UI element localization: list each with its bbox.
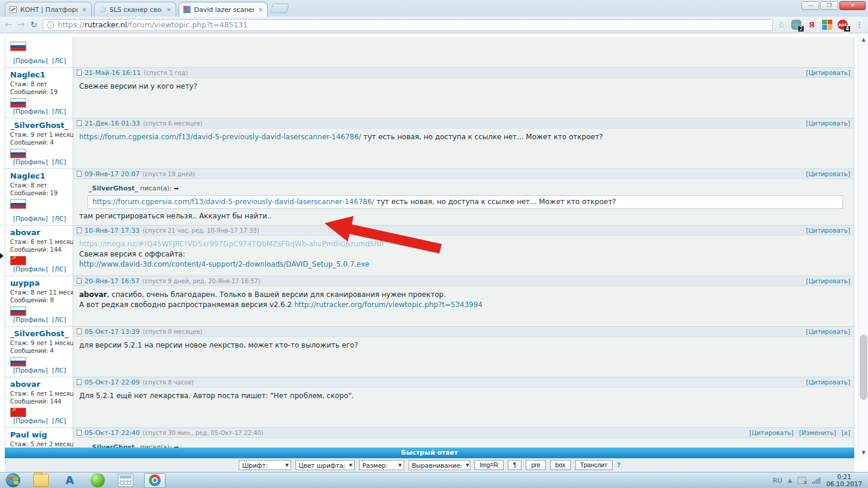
- author-link[interactable]: abovar: [10, 380, 69, 389]
- signal-bars-icon[interactable]: [812, 477, 820, 484]
- grid-extension-icon[interactable]: [822, 20, 832, 30]
- scroll-down-icon[interactable]: ▼: [858, 448, 868, 457]
- mediaget-icon[interactable]: [90, 473, 105, 487]
- reload-icon[interactable]: ↻: [30, 21, 37, 29]
- profile-link[interactable]: [Профиль]: [13, 158, 48, 165]
- author-link[interactable]: Naglec1: [10, 70, 69, 79]
- author-link[interactable]: abovar: [10, 228, 69, 237]
- box-button[interactable]: box: [550, 460, 571, 470]
- post-date-link[interactable]: 09-Янв-17 20:07: [85, 170, 139, 178]
- adblock-extension-icon[interactable]: ADS4: [838, 20, 848, 30]
- profile-link[interactable]: [Профиль]: [13, 215, 48, 222]
- post-date-link[interactable]: 05-Окт-17 22:40: [85, 429, 140, 437]
- quote-link[interactable]: [Цитировать]: [806, 378, 850, 386]
- pm-link[interactable]: [ЛС]: [52, 57, 65, 64]
- vertical-scrollbar[interactable]: ▲ ▼: [858, 34, 868, 458]
- language-indicator[interactable]: RU: [773, 477, 782, 484]
- help-link[interactable]: ?: [617, 461, 620, 469]
- start-button[interactable]: [6, 473, 20, 487]
- post-date-link[interactable]: 20-Янв-17 16:57: [85, 277, 139, 285]
- cloud-extension-icon[interactable]: 2: [791, 20, 801, 30]
- align-select[interactable]: Выравнивание:▼: [408, 460, 470, 470]
- font-color-select[interactable]: Цвет шрифта:▼: [295, 460, 355, 470]
- quote-link[interactable]: [Цитировать]: [806, 277, 850, 284]
- post-row: Naglec1 Стаж: 8 лет Сообщений: 19 [Профи…: [5, 168, 854, 225]
- author-link[interactable]: шурра: [10, 279, 69, 287]
- user-stat: Стаж: 6 лет 1 месяц: [10, 390, 69, 398]
- author-link[interactable]: Paul wig: [10, 430, 69, 439]
- pre-button[interactable]: pre: [526, 460, 545, 470]
- post-date-link[interactable]: 21-Дек-16 01:33: [85, 120, 140, 127]
- forward-icon[interactable]: →: [17, 20, 25, 29]
- bookmark-star-icon[interactable]: ☆: [778, 20, 785, 30]
- delete-link[interactable]: [x]: [842, 429, 850, 436]
- pm-link[interactable]: [ЛС]: [52, 417, 65, 424]
- post-date-link[interactable]: 10-Янв-17 17:33: [85, 227, 139, 234]
- author-link[interactable]: Naglec1: [10, 171, 69, 180]
- pm-link[interactable]: [ЛС]: [52, 316, 65, 323]
- cgpersia-link[interactable]: https://forum.cgpersia.com/f13/david-5-p…: [79, 133, 361, 141]
- cgpersia-link[interactable]: https://forum.cgpersia.com/f13/david-5-p…: [92, 198, 374, 206]
- edit-link[interactable]: [Изменить]: [799, 429, 836, 436]
- pm-link[interactable]: [ЛС]: [52, 215, 65, 222]
- new-tab-button[interactable]: [270, 4, 289, 13]
- address-bar[interactable]: i https://rutracker.nl/forum/viewtopic.p…: [43, 19, 773, 31]
- back-icon[interactable]: ←: [5, 20, 13, 29]
- page-info-icon[interactable]: i: [47, 21, 54, 29]
- jump-to-post-icon[interactable]: ➡: [174, 185, 179, 192]
- explorer-icon[interactable]: [33, 474, 49, 487]
- tab-sls[interactable]: SLS сканер своими рук ✕: [94, 2, 176, 17]
- post-date-link[interactable]: 05-Окт-17 13:39: [85, 328, 140, 336]
- minimize-button[interactable]: —: [801, 1, 819, 10]
- rutracker-topic-link[interactable]: http://rutracker.org/forum/viewtopic.php…: [294, 301, 482, 309]
- pm-link[interactable]: [ЛС]: [52, 265, 65, 273]
- post-cell: 05-Окт-17 13:39 (спустя 8 месяцев) [Цити…: [73, 327, 854, 377]
- tab-close-icon[interactable]: ✕: [82, 7, 87, 13]
- text-app-icon[interactable]: A: [62, 474, 77, 487]
- mega-download-link[interactable]: https://mega.nz/#!Q45WFJRC!VD5xr997GpC97…: [79, 240, 384, 248]
- profile-link[interactable]: [Профиль]: [13, 316, 48, 323]
- tab-kont[interactable]: КОНТ | Платформа для ✕: [5, 2, 92, 17]
- translit-button[interactable]: Транслит: [575, 460, 613, 470]
- quote-link[interactable]: [Цитировать]: [806, 328, 850, 335]
- profile-link[interactable]: [Профиль]: [13, 417, 48, 424]
- tab-close-icon[interactable]: ✕: [167, 7, 171, 13]
- pm-link[interactable]: [ЛС]: [52, 367, 65, 374]
- pm-link[interactable]: [ЛС]: [52, 108, 65, 115]
- paragraph-button[interactable]: ¶: [508, 460, 522, 470]
- font-select[interactable]: Шрифт:▼: [239, 460, 291, 470]
- profile-link[interactable]: [Профиль]: [13, 367, 48, 374]
- img-resize-button[interactable]: Img=R: [474, 460, 504, 470]
- post-date-link[interactable]: 05-Окт-17 22:09: [85, 378, 140, 386]
- tab-david-laser-active[interactable]: David lazer scaner :: RuT ✕: [179, 2, 268, 17]
- restore-button[interactable]: ❐: [820, 1, 838, 10]
- post-page-icon: [77, 379, 82, 385]
- tab-close-icon[interactable]: ✕: [258, 7, 263, 13]
- author-link[interactable]: _SilverGhost_: [10, 329, 69, 338]
- quote-link[interactable]: [Цитировать]: [806, 69, 850, 76]
- david3d-download-link[interactable]: http://www.david-3d.com/content/4-suppor…: [79, 260, 369, 268]
- author-link[interactable]: _SilverGhost_: [10, 121, 69, 130]
- close-button[interactable]: ✕: [839, 1, 866, 10]
- size-select[interactable]: Размер:▼: [359, 460, 404, 470]
- scrollbar-thumb[interactable]: [860, 334, 867, 400]
- calculator-icon[interactable]: [118, 474, 133, 487]
- chrome-menu-icon[interactable]: ⋮: [855, 20, 863, 29]
- network-error-icon[interactable]: [798, 477, 806, 484]
- quote-link[interactable]: [Цитировать]: [750, 429, 794, 436]
- quote-link[interactable]: [Цитировать]: [806, 227, 850, 234]
- tray-expand-icon[interactable]: ▲: [788, 478, 792, 483]
- quote-link[interactable]: [Цитировать]: [806, 170, 850, 177]
- collapsed-panel-handle-icon[interactable]: [0, 253, 4, 259]
- yandex-extension-icon[interactable]: Я: [807, 20, 817, 30]
- profile-link[interactable]: [Профиль]: [13, 108, 48, 115]
- profile-link[interactable]: [Профиль]: [13, 57, 48, 64]
- quote-link[interactable]: [Цитировать]: [806, 120, 850, 127]
- pm-link[interactable]: [ЛС]: [52, 158, 65, 165]
- user-links: [Профиль] [ЛС]: [10, 265, 69, 273]
- scroll-up-icon[interactable]: ▲: [858, 35, 868, 44]
- clock[interactable]: 0:21 06.10.2017: [826, 473, 862, 487]
- chrome-taskbar-button[interactable]: [144, 473, 166, 488]
- profile-link[interactable]: [Профиль]: [13, 265, 48, 273]
- post-date-link[interactable]: 21-Май-16 16:11: [85, 69, 141, 77]
